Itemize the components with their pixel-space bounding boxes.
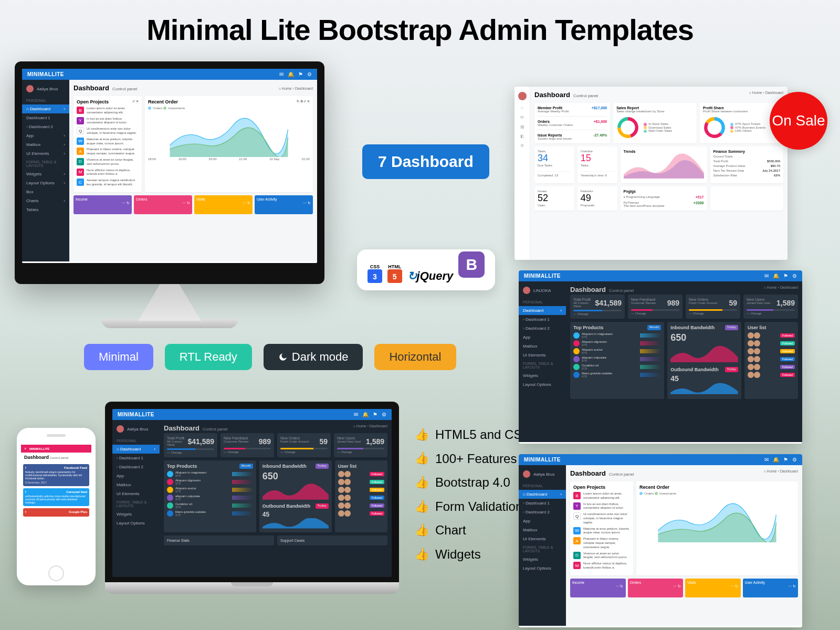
- product-row[interactable]: Aliquam dignissim978: [167, 479, 253, 485]
- trends-panel: Trends: [621, 146, 707, 183]
- project-item[interactable]: MNunc efficitur metus id dapibus, lorend…: [573, 562, 630, 570]
- pill-dark: Dark mode: [264, 344, 363, 370]
- kpi-tile: New OrdersFresh Order Amount59— Change: [277, 433, 331, 457]
- product-row[interactable]: Curabitur sit978: [573, 364, 661, 370]
- page-main-title: Minimal Lite Bootstrap Admin Templates: [0, 0, 840, 55]
- project-item[interactable]: APraesent in libero viverra, volutpat ne…: [77, 148, 139, 156]
- stat-tile[interactable]: Visits⋯ ↻: [194, 195, 253, 214]
- product-row[interactable]: libero gravida sodales978: [167, 510, 253, 517]
- user-row[interactable]: Followed: [338, 510, 384, 517]
- recent-order-chart: [148, 110, 310, 157]
- product-row[interactable]: Aliquam dignissim978: [573, 340, 661, 346]
- sidebar[interactable]: Aaliya Brus Personal ⌂ Dashboard› Dashbo…: [22, 80, 69, 261]
- sidebar-item-ui[interactable]: UI Elements›: [22, 149, 69, 158]
- project-item[interactable]: BLorem ipsum dolor sit amet, consectetur…: [573, 492, 630, 500]
- user-row[interactable]: Followed: [748, 372, 795, 378]
- sidebar-item-dashboard[interactable]: ⌂ Dashboard›: [22, 104, 69, 113]
- user-row[interactable]: Followed: [748, 340, 795, 346]
- user-row[interactable]: Followed: [748, 348, 795, 354]
- project-item[interactable]: QUt condimentum ante non dolor volutpat,…: [573, 512, 630, 524]
- kpi-tile: New UsersJoined New User1,589— Change: [334, 433, 387, 457]
- phone-feed-card[interactable]: fGoogle Plus: [23, 508, 89, 517]
- user-row[interactable]: Followed: [338, 502, 384, 509]
- project-item[interactable]: APraesent in libero viverra, volutpat ne…: [573, 537, 630, 549]
- project-item[interactable]: CAenean tempus magna vestibulum leo grav…: [77, 178, 139, 187]
- thumbs-up-icon: 👍: [415, 471, 429, 494]
- phone-feed-card[interactable]: fCarousel feedenthusiastically optimize …: [23, 488, 89, 506]
- preview-light-widgets: ⌂✉▦◧⚙ DashboardControl panel⌂ Home › Das…: [514, 87, 788, 260]
- project-item[interactable]: YIn luis ac est diam finibus consectetur…: [77, 117, 139, 125]
- page-title: DashboardControl panel: [74, 84, 138, 92]
- user-list-panel: User list FollowedFollowedFollowedFollow…: [335, 460, 387, 532]
- thumbs-up-icon: 👍: [415, 424, 429, 446]
- open-projects-panel: Open Projects⤢ ✕ BLorem ipsum dolor sit …: [74, 96, 142, 192]
- bandwidth-panel: Inbound BandwidthToday 650 Outbound Band…: [259, 460, 332, 532]
- stat-tile[interactable]: Orders⋯ ↻: [628, 579, 684, 597]
- product-row[interactable]: Aliquam in magnasem978: [167, 471, 253, 477]
- top-products-panel: Top ProductsMonth Aliquam in magnasem978…: [164, 460, 256, 532]
- project-item[interactable]: DVivamus at amet ex tortor feugiat, sed …: [573, 552, 630, 560]
- recent-order-panel: Recent Order↻ ⚙ ⤢ ✕ Orders Investments: [145, 96, 313, 192]
- phone-feed-card[interactable]: fFacebook FeedNobody, benchmark plug-in …: [23, 464, 89, 486]
- user-row[interactable]: Followed: [338, 487, 384, 493]
- stat-tile[interactable]: Income⋯ ↻: [570, 579, 626, 597]
- project-item[interactable]: BLorem ipsum dolor sit amet, consectetur…: [77, 107, 139, 115]
- product-row[interactable]: Aliquam auctor978: [573, 348, 661, 354]
- sales-report-panel: Sales ReportSales change breakdown by St…: [613, 103, 697, 143]
- breadcrumb: ⌂ Home › Dashboard: [279, 87, 313, 90]
- jquery-badge: ↻jQuery: [407, 269, 454, 283]
- thumbs-up-icon: 👍: [415, 519, 429, 541]
- sidebar-item-tables[interactable]: Tables: [22, 205, 69, 214]
- topbar-icons[interactable]: ✉🔔⚑⚙: [275, 71, 312, 77]
- sidebar-item-mailbox[interactable]: Mailbox›: [22, 140, 69, 149]
- sidebar-item-layout[interactable]: Layout Options›: [22, 178, 69, 187]
- preview-laptop: MINIMALLITE✉🔔⚑⚙ Aaliya Brus Personal ⌂ D…: [105, 402, 399, 594]
- product-row[interactable]: Aliquam in magnasem978: [573, 332, 661, 339]
- kpi-tile: New FeedbackCustomer Review989— Change: [628, 295, 682, 319]
- sidebar-item-box[interactable]: Box: [22, 187, 69, 196]
- stat-tile[interactable]: User Activity⋯ ↻: [743, 579, 799, 597]
- app-topbar: MINIMALLITE ✉🔔⚑⚙: [22, 69, 317, 80]
- sidebar-item-widgets[interactable]: Widgets›: [22, 170, 69, 178]
- sidebar-item-app[interactable]: App›: [22, 131, 69, 140]
- user-row[interactable]: Followed: [338, 495, 384, 501]
- kpi-tile: Total ProfitAll Custom Value$41,589— Cha…: [164, 433, 217, 457]
- kpi-tile: New UsersJoined New User1,589— Change: [743, 295, 798, 319]
- moon-icon: [278, 352, 288, 362]
- project-item[interactable]: YIn luis ac est diam finibus consectetur…: [573, 502, 630, 511]
- on-sale-badge: On Sale: [770, 92, 827, 150]
- dashboard-count-pill: 7 Dashboard: [362, 144, 489, 179]
- user-row[interactable]: Followed: [338, 471, 384, 477]
- mode-pills-row: Minimal RTL Ready Dark mode Horizontal: [84, 344, 456, 370]
- user-row[interactable]: Followed: [338, 479, 384, 485]
- bootstrap-badge: B: [458, 251, 485, 278]
- project-item[interactable]: WMaecras et eros pretium, lobortis auque…: [573, 527, 630, 536]
- preview-dark-dashboard: MINIMALLITE✉🔔⚑⚙ LINJOKA Personal Dashboa…: [519, 270, 802, 444]
- product-row[interactable]: Aliquam auctor978: [167, 487, 253, 493]
- user-row[interactable]: Followed: [748, 332, 795, 339]
- sidebar-item-charts[interactable]: Charts›: [22, 196, 69, 205]
- user-row[interactable]: Followed: [748, 364, 795, 370]
- stat-tile[interactable]: Visits⋯ ↻: [685, 579, 741, 597]
- user-row[interactable]: Followed: [748, 356, 795, 362]
- laptop-sidebar[interactable]: Aaliya Brus Personal ⌂ Dashboard› ◦ Dash…: [112, 420, 160, 575]
- project-item[interactable]: MNunc efficitur metus id dapibus, lorend…: [77, 169, 139, 177]
- product-row[interactable]: aliquam vulputate978: [167, 495, 253, 501]
- project-item[interactable]: WMaecras et eros pretium, lobortis auque…: [77, 138, 139, 146]
- stat-tile[interactable]: User Activity⋯ ↻: [255, 195, 313, 214]
- app-logo: MINIMALLITE: [27, 71, 64, 77]
- sidebar-item-dashboard2[interactable]: ◦ Dashboard 2: [22, 122, 69, 131]
- pill-minimal: Minimal: [84, 344, 153, 370]
- preview-light-dashboard: MINIMALLITE✉🔔⚑⚙ Aaliya Brus Personal ⌂ D…: [519, 454, 802, 627]
- tech-badges-row: CSS3 HTML5 ↻jQuery B: [357, 249, 495, 290]
- kpi-tile: New FeedbackCustomer Review989— Change: [220, 433, 274, 457]
- sidebar-item-dashboard1[interactable]: Dashboard 1: [22, 113, 69, 122]
- project-item[interactable]: QUt condimentum ante non dolor volutpat,…: [77, 127, 139, 135]
- product-row[interactable]: Curabitur sit978: [167, 502, 253, 509]
- stat-tile[interactable]: Income⋯ ↻: [74, 195, 132, 214]
- preview-monitor: MINIMALLITE ✉🔔⚑⚙ Aaliya Brus Personal ⌂ …: [15, 61, 324, 328]
- product-row[interactable]: libero gravida sodales978: [573, 372, 661, 378]
- project-item[interactable]: DVivamus at amet ex tortor feugiat, sed …: [77, 158, 139, 166]
- product-row[interactable]: aliquam vulputate978: [573, 356, 661, 362]
- stat-tile[interactable]: Orders⋯ ↻: [134, 195, 192, 214]
